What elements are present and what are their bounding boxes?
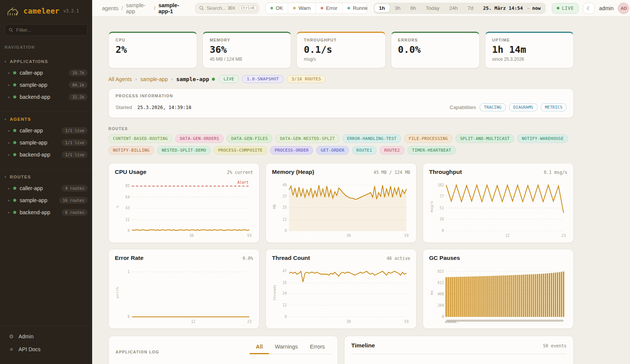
status-filter-group: OKWarnErrorRunning <box>265 3 368 14</box>
route-badge-nested-split-demo[interactable]: NESTED-SPLIT-DEMO <box>157 146 211 155</box>
status-dot-icon <box>347 7 350 9</box>
stat-value: 1h 14m <box>492 44 567 55</box>
chart-header: Throughput0.1 msg/s <box>429 169 567 175</box>
log-tab-all[interactable]: All <box>250 342 269 354</box>
time-range-6h[interactable]: 6h <box>406 4 420 12</box>
agent-link-sample-app[interactable]: sample-app <box>140 76 168 82</box>
breadcrumb-agents[interactable]: agents <box>102 5 119 11</box>
sidebar-item-sample-app[interactable]: ▸sample-app84.1k <box>0 79 92 91</box>
svg-text:815: 815 <box>437 269 444 273</box>
status-filter-running[interactable]: Running <box>342 3 367 14</box>
time-range-7d[interactable]: 7d <box>463 4 478 12</box>
routes-label: ROUTES <box>108 126 574 131</box>
agent-badge-1-0-snapshot: 1.0-SNAPSHOT <box>242 75 283 83</box>
status-filter-warn[interactable]: Warn <box>288 3 315 14</box>
route-badge-split-and-multicast[interactable]: SPLIT-AND-MULTICAST <box>456 134 514 143</box>
time-range-24h[interactable]: 24h <box>445 4 462 12</box>
stat-label: MEMORY <box>210 38 284 42</box>
status-filter-ok[interactable]: OK <box>266 3 288 14</box>
route-badge-data-gen-orders[interactable]: DATA-GEN-ORDERS <box>175 134 224 143</box>
route-badge-notify-warehouse[interactable]: NOTIFY-WAREHOUSE <box>517 134 568 143</box>
route-badge-file-processing[interactable]: FILE-PROCESSING <box>404 134 452 143</box>
route-badge-content-based-routing[interactable]: CONTENT-BASED-ROUTING <box>108 134 172 143</box>
svg-text:21: 21 <box>125 218 130 222</box>
route-badge-timer-heartbeat[interactable]: TIMER-HEARTBEAT <box>408 146 456 155</box>
status-dot-icon <box>13 129 16 132</box>
status-dot-icon <box>270 7 273 9</box>
status-filter-label: Warn <box>298 5 310 11</box>
route-badge-route1[interactable]: ROUTE1 <box>352 146 377 155</box>
stat-label: ERRORS <box>398 38 472 42</box>
sidebar-group-label: AGENTS <box>10 117 31 121</box>
user-menu[interactable]: admin <box>599 5 613 11</box>
log-tab-errors[interactable]: Errors <box>304 342 331 354</box>
time-range-3h[interactable]: 3h <box>390 4 405 12</box>
svg-text:msg/s: msg/s <box>429 201 434 212</box>
route-badge-error-handling-test[interactable]: ERROR-HANDLING-TEST <box>343 134 401 143</box>
started-label: Started <box>116 104 132 110</box>
log-tab-warnings[interactable]: Warnings <box>269 342 304 354</box>
status-filter-error[interactable]: Error <box>315 3 342 14</box>
sidebar-item-backend-app[interactable]: ▸backend-app32.2k <box>0 91 92 103</box>
routes-section: ROUTES CONTENT-BASED-ROUTINGDATA-GEN-ORD… <box>108 126 574 155</box>
agent-live-dot-icon <box>212 78 215 81</box>
sidebar-filter-box[interactable] <box>5 24 88 36</box>
breadcrumb-sample-app[interactable]: sample-app <box>126 2 151 14</box>
route-badge-route2[interactable]: ROUTE2 <box>380 146 405 155</box>
route-badge-process-composite[interactable]: PROCESS-COMPOSITE <box>214 146 267 155</box>
sidebar-group-label: APPLICATIONS <box>10 59 48 64</box>
sidebar-group-routes: ▾ROUTES▸caller-app4 routes▸sample-app16 … <box>0 169 92 223</box>
stat-value: 0.1/s <box>304 44 378 55</box>
sidebar-item-caller-app[interactable]: ▸caller-app10.7k <box>0 67 92 79</box>
sidebar-item-backend-app[interactable]: ▸backend-app6 routes <box>0 206 92 218</box>
time-range-1h[interactable]: 1h <box>375 4 390 12</box>
chart-card-error-rate: Error Rate0.0%101223err/h <box>108 249 259 329</box>
sidebar-group-header-routes[interactable]: ▾ROUTES <box>0 173 92 182</box>
time-range-today[interactable]: Today <box>421 4 444 12</box>
sidebar-item-sample-app[interactable]: ▸sample-app1/1 live <box>0 137 92 149</box>
status-dot-icon <box>13 83 16 86</box>
agent-link-all-agents[interactable]: All Agents <box>108 76 132 82</box>
svg-text:1: 1 <box>128 270 130 274</box>
chevron-separator: › <box>135 77 137 82</box>
sidebar-item-caller-app[interactable]: ▸caller-app4 routes <box>0 182 92 194</box>
breadcrumb: agents/sample-app/sample-app-1 <box>102 2 189 14</box>
date-range-label[interactable]: 25. März 14:54 <box>479 5 525 11</box>
status-filter-label: OK <box>276 5 283 11</box>
route-badge-notify-billing[interactable]: NOTIFY-BILLING <box>108 146 154 155</box>
svg-text:64: 64 <box>125 195 130 199</box>
chevron-down-icon: ▾ <box>5 60 6 63</box>
sidebar-item-backend-app[interactable]: ▸backend-app1/1 live <box>0 149 92 161</box>
chart-title: Memory (Heap) <box>272 169 314 175</box>
app-version: v3.2.1 <box>63 8 79 14</box>
footer-item-admin[interactable]: ⚙Admin <box>5 331 87 342</box>
navigation-label: NAVIGATION <box>5 45 85 49</box>
chart-plot-thread-count: 4735241203059threads <box>272 264 410 324</box>
footer-item-api-docs[interactable]: ≡API Docs <box>5 344 87 355</box>
sidebar-item-caller-app[interactable]: ▸caller-app1/1 live <box>0 124 92 137</box>
filter-input[interactable] <box>16 27 83 33</box>
route-badge-data-gen-nested-split[interactable]: DATA-GEN-NESTED-SPLIT <box>275 134 339 143</box>
sidebar-item-sample-app[interactable]: ▸sample-app16 routes <box>0 194 92 206</box>
chart-header: Thread Count46 active <box>272 255 410 261</box>
timeline-title: Timeline <box>351 342 375 349</box>
route-badge-process-order[interactable]: PROCESS-ORDER <box>270 146 313 155</box>
chart-header: CPU Usage2% current <box>115 169 253 175</box>
svg-text:0: 0 <box>442 229 444 233</box>
stat-card-throughput: THROUGHPUT0.1/smsg/s <box>296 32 385 68</box>
route-badge-data-gen-files[interactable]: DATA-GEN-FILES <box>227 134 272 143</box>
route-badge-get-order[interactable]: GET-ORDER <box>316 146 349 155</box>
live-badge[interactable]: LIVE <box>552 3 579 14</box>
date-range-now: now <box>532 5 545 11</box>
avatar[interactable]: AD <box>618 3 629 14</box>
svg-text:0: 0 <box>442 315 444 319</box>
search-input[interactable]: Search... ⌘K Ctrl+K <box>195 3 259 14</box>
stat-value: 0.0% <box>398 44 472 55</box>
capability-badge-tracing: TRACING <box>480 103 505 111</box>
dark-mode-toggle[interactable]: ☾ <box>583 3 594 14</box>
sidebar-group-header-agents[interactable]: ▾AGENTS <box>0 115 92 124</box>
application-log-panel: APPLICATION LOG AllWarningsErrors <box>108 336 338 364</box>
sidebar-item-badge: 1/1 live <box>62 127 88 134</box>
application-log-title: APPLICATION LOG <box>116 350 159 354</box>
sidebar-group-header-applications[interactable]: ▾APPLICATIONS <box>0 58 92 67</box>
